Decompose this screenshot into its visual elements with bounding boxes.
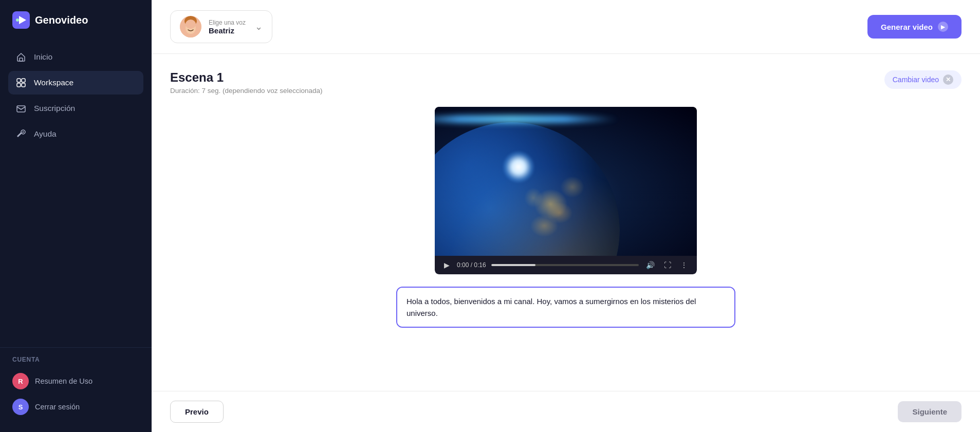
video-controls: ▶ 0:00 / 0:16 🔊 ⛶ ⋮ [435, 256, 697, 274]
sidebar-item-resumen[interactable]: R Resumen de Uso [12, 368, 139, 394]
workspace-icon [15, 77, 27, 88]
sidebar-bottom: Cuenta R Resumen de Uso S Cerrar sesión [0, 347, 152, 432]
voice-selector[interactable]: Elige una voz Beatriz ⌄ [170, 10, 272, 43]
city-lights [435, 122, 620, 256]
video-container: ▶ 0:00 / 0:16 🔊 ⛶ ⋮ [435, 107, 697, 274]
voice-name: Beatriz [209, 26, 246, 35]
top-bar: Elige una voz Beatriz ⌄ Generar video ▶ [152, 0, 980, 54]
app-logo: Genovideo [0, 0, 152, 40]
sidebar-label-suscripcion: Suscripción [34, 104, 75, 113]
bottom-bar: Previo Siguiente [152, 391, 980, 432]
sidebar-item-suscripcion[interactable]: Suscripción [8, 97, 143, 120]
svg-rect-5 [22, 79, 25, 82]
prev-button[interactable]: Previo [170, 401, 224, 423]
avatar-s: S [12, 399, 29, 415]
generate-video-label: Generar video [881, 23, 933, 31]
scene-title: Escena 1 [170, 70, 322, 85]
voice-info: Elige una voz Beatriz [209, 19, 246, 35]
svg-rect-6 [17, 83, 21, 87]
play-pause-button[interactable]: ▶ [442, 260, 452, 270]
svg-rect-7 [22, 83, 25, 87]
cuenta-section-label: Cuenta [12, 356, 139, 363]
video-time: 0:00 / 0:16 [457, 261, 486, 269]
tools-icon [15, 128, 27, 140]
svg-rect-4 [17, 79, 21, 82]
main-nav: Inicio Workspace Suscripción [0, 40, 152, 347]
svg-point-2 [16, 18, 19, 22]
svg-rect-3 [20, 58, 23, 61]
svg-point-15 [186, 20, 196, 29]
change-video-label: Cambiar video [893, 76, 939, 84]
main-content: Elige una voz Beatriz ⌄ Generar video ▶ … [152, 0, 980, 432]
sidebar-label-ayuda: Ayuda [34, 129, 57, 139]
svg-rect-8 [17, 106, 25, 112]
sidebar-item-cerrar-sesion[interactable]: S Cerrar sesión [12, 394, 139, 420]
sidebar: Genovideo Inicio Workspace [0, 0, 152, 432]
generate-video-button[interactable]: Generar video ▶ [867, 15, 961, 39]
scene-duration: Duración: 7 seg. (dependiendo voz selecc… [170, 87, 322, 95]
avatar-r: R [12, 373, 29, 389]
mail-icon [15, 103, 27, 114]
logo-icon [12, 11, 30, 29]
svg-point-9 [23, 132, 24, 133]
resumen-label: Resumen de Uso [35, 377, 93, 385]
play-circle-icon: ▶ [938, 22, 948, 32]
scene-area: Escena 1 Duración: 7 seg. (dependiendo v… [152, 54, 980, 391]
script-textarea[interactable] [396, 287, 735, 328]
close-icon: ✕ [943, 74, 953, 85]
progress-bar[interactable] [491, 264, 639, 266]
app-name: Genovideo [35, 14, 88, 26]
sidebar-item-ayuda[interactable]: Ayuda [8, 122, 143, 146]
video-player [435, 107, 697, 256]
change-video-button[interactable]: Cambiar video ✕ [884, 70, 961, 89]
sidebar-item-workspace[interactable]: Workspace [8, 71, 143, 95]
next-button[interactable]: Siguiente [898, 401, 961, 422]
more-options-button[interactable]: ⋮ [678, 260, 690, 270]
home-icon [15, 51, 27, 63]
fullscreen-button[interactable]: ⛶ [662, 260, 673, 270]
scene-title-block: Escena 1 Duración: 7 seg. (dependiendo v… [170, 70, 322, 95]
sidebar-label-inicio: Inicio [34, 52, 52, 62]
sun-glow [503, 152, 534, 182]
cerrar-sesion-label: Cerrar sesión [35, 403, 80, 411]
volume-button[interactable]: 🔊 [644, 260, 657, 270]
script-input-area [396, 287, 735, 330]
voice-label: Elige una voz [209, 19, 246, 26]
sidebar-item-inicio[interactable]: Inicio [8, 45, 143, 69]
chevron-down-icon: ⌄ [255, 21, 263, 32]
voice-avatar [180, 16, 201, 37]
sidebar-label-workspace: Workspace [34, 78, 73, 87]
progress-bar-fill [491, 264, 535, 266]
scene-header: Escena 1 Duración: 7 seg. (dependiendo v… [170, 70, 961, 95]
earth-arc [435, 122, 620, 256]
